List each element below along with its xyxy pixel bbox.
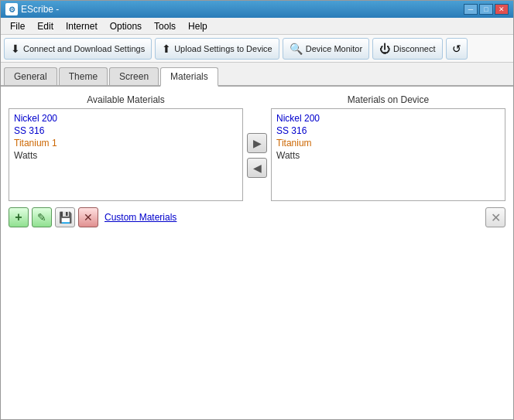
menu-tools[interactable]: Tools <box>148 19 182 33</box>
app-container: ⚙ EScribe - ─ □ ✕ File Edit Internet Opt… <box>1 1 513 420</box>
tab-materials[interactable]: Materials <box>160 67 218 87</box>
tab-screen[interactable]: Screen <box>109 67 159 85</box>
edit-icon: ✎ <box>37 211 46 224</box>
menu-edit[interactable]: Edit <box>31 19 60 33</box>
device-delete-button[interactable]: ✕ <box>485 207 505 227</box>
window-title: EScribe - <box>21 4 464 15</box>
tab-theme[interactable]: Theme <box>59 67 108 85</box>
add-material-button[interactable]: + <box>9 207 29 227</box>
transfer-arrows: ▶ ◀ <box>243 94 271 201</box>
list-item[interactable]: Watts <box>275 149 502 162</box>
close-button[interactable]: ✕ <box>495 4 509 15</box>
menu-help[interactable]: Help <box>182 19 214 33</box>
window-controls: ─ □ ✕ <box>464 4 509 15</box>
device-materials-column: Materials on Device Nickel 200 SS 316 Ti… <box>271 94 505 201</box>
refresh-button[interactable]: ↺ <box>446 38 468 60</box>
main-content: Available Materials Nickel 200 SS 316 Ti… <box>1 87 513 420</box>
menu-options[interactable]: Options <box>104 19 148 33</box>
list-item[interactable]: SS 316 <box>275 125 502 137</box>
title-bar: ⚙ EScribe - ─ □ ✕ <box>1 1 513 18</box>
move-left-button[interactable]: ◀ <box>247 158 267 178</box>
upload-settings-button[interactable]: ⬆ Upload Settings to Device <box>155 38 279 60</box>
available-materials-column: Available Materials Nickel 200 SS 316 Ti… <box>9 94 243 201</box>
materials-panel: Available Materials Nickel 200 SS 316 Ti… <box>9 94 505 201</box>
menu-bar: File Edit Internet Options Tools Help <box>1 18 513 35</box>
list-item[interactable]: Watts <box>12 149 239 162</box>
maximize-button[interactable]: □ <box>479 4 493 15</box>
list-item[interactable]: Titanium 1 <box>12 137 239 149</box>
tab-general[interactable]: General <box>4 67 57 85</box>
edit-material-button[interactable]: ✎ <box>32 207 52 227</box>
available-materials-header: Available Materials <box>9 94 243 105</box>
connect-icon: ⬇ <box>11 43 20 55</box>
list-item[interactable]: Nickel 200 <box>12 112 239 125</box>
upload-icon: ⬆ <box>162 43 171 55</box>
save-icon: 💾 <box>59 211 72 224</box>
monitor-icon: 🔍 <box>290 43 303 55</box>
device-delete-icon: ✕ <box>491 210 501 225</box>
menu-file[interactable]: File <box>4 19 31 33</box>
connect-download-button[interactable]: ⬇ Connect and Download Settings <box>4 38 152 60</box>
save-material-button[interactable]: 💾 <box>55 207 75 227</box>
available-materials-list[interactable]: Nickel 200 SS 316 Titanium 1 Watts <box>9 108 243 201</box>
device-materials-list[interactable]: Nickel 200 SS 316 Titanium Watts <box>271 108 505 201</box>
custom-materials-link[interactable]: Custom Materials <box>105 212 176 223</box>
app-icon: ⚙ <box>5 3 18 15</box>
move-right-button[interactable]: ▶ <box>247 133 267 153</box>
delete-icon: ✕ <box>84 211 93 224</box>
tab-bar: General Theme Screen Materials <box>1 63 513 87</box>
disconnect-icon: ⏻ <box>379 43 390 55</box>
menu-internet[interactable]: Internet <box>60 19 104 33</box>
list-item[interactable]: SS 316 <box>12 125 239 137</box>
disconnect-button[interactable]: ⏻ Disconnect <box>372 38 442 60</box>
bottom-toolbar: + ✎ 💾 ✕ Custom Materials ✕ <box>9 201 505 230</box>
delete-material-button[interactable]: ✕ <box>78 207 98 227</box>
device-materials-header: Materials on Device <box>271 94 505 105</box>
list-item[interactable]: Titanium <box>275 137 502 149</box>
minimize-button[interactable]: ─ <box>464 4 478 15</box>
device-monitor-button[interactable]: 🔍 Device Monitor <box>283 38 369 60</box>
toolbar: ⬇ Connect and Download Settings ⬆ Upload… <box>1 35 513 63</box>
list-item[interactable]: Nickel 200 <box>275 112 502 125</box>
